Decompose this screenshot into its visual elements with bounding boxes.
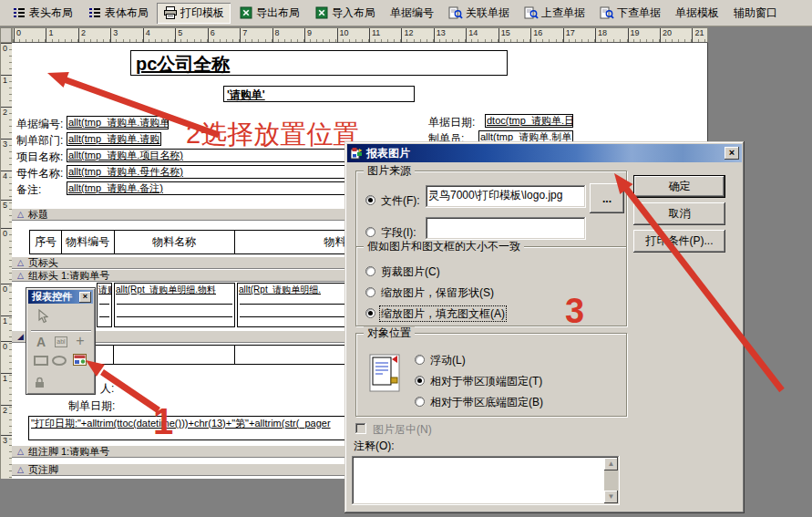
report-controls-palette: 报表控件 × A abl + <box>26 287 96 395</box>
position-radio-label-2: 相对于带区底端固定(B) <box>430 396 543 408</box>
field-label-left-1: 制单部门: <box>16 133 63 149</box>
print-condition-button[interactable]: 打印条件(P)... <box>633 230 725 253</box>
palette-close-icon[interactable]: × <box>79 292 91 303</box>
hruler-mark: 16 <box>530 28 542 43</box>
textbox-tool-icon[interactable]: abl <box>52 336 70 348</box>
vruler-mark: 0 <box>1 341 12 351</box>
toolbar-button-label: 下查单据 <box>617 5 661 21</box>
ellipse-tool-icon[interactable] <box>51 355 67 367</box>
size-radio-0[interactable] <box>365 266 375 276</box>
field-object-left-1[interactable]: allt(tmp_请购单.请购 <box>67 132 161 146</box>
field-object-left-2[interactable]: allt(tmp_请购单.项目名称) <box>67 149 356 162</box>
file-radio[interactable] <box>365 195 375 205</box>
detail-cell-1[interactable]: allt(Rpt_请购单明细.物料 <box>114 283 235 327</box>
form-title-object[interactable]: '请购单' <box>223 86 415 102</box>
cell-line <box>117 304 232 305</box>
size-mismatch-group: 假如图片和图文框的大小不一致 剪裁图片(C)缩放图片，保留形状(S)缩放图片，填… <box>355 246 627 326</box>
cancel-button[interactable]: 取消 <box>633 202 725 225</box>
field-object-left-0[interactable]: allt(tmp_请购单.请购单 <box>67 116 169 129</box>
column-header-0[interactable]: 序号 <box>30 231 61 253</box>
comment-textarea[interactable]: ▲ ▼ <box>352 456 620 505</box>
field-expression-input[interactable] <box>426 217 586 240</box>
band-triangle-icon[interactable]: ◢ <box>17 333 24 341</box>
toolbar-button-header-layout[interactable]: 表头布局 <box>5 3 79 24</box>
detail-cell-2[interactable]: allt(Rpt_请购单明细. <box>237 283 358 327</box>
band-triangle-icon[interactable]: △ <box>17 272 24 280</box>
band-triangle-icon[interactable]: △ <box>17 448 24 456</box>
company-title-object[interactable]: pc公司全称 <box>130 50 508 76</box>
column-header-1[interactable]: 物料编号 <box>61 231 114 253</box>
cancel-button-label: 取消 <box>669 206 691 222</box>
position-radio-0[interactable] <box>415 355 425 365</box>
form-title-text: '请购单' <box>227 88 265 101</box>
hruler-mark: 8 <box>272 28 280 43</box>
band-label: 标题 <box>28 208 48 222</box>
column-header-2[interactable]: 物料名称 <box>114 231 234 253</box>
toolbar-button-export-layout[interactable]: 导出布局 <box>232 3 306 24</box>
detail-cell-expression: allt(Rpt_请购单明细. <box>239 284 321 295</box>
comment-scrollbar[interactable]: ▲ ▼ <box>604 458 618 503</box>
palette-divider <box>31 330 91 332</box>
size-radio-1[interactable] <box>365 287 375 297</box>
toolbar-button-aux-window[interactable]: 辅助窗口 <box>727 3 784 24</box>
hruler-mark: 19 <box>628 28 640 43</box>
print-date-formula-text: "打印日期:"+alltrim(ttoc(datetime()))+chr(13… <box>31 418 331 429</box>
band-triangle-icon[interactable]: △ <box>17 259 24 267</box>
label-tool-icon[interactable]: A <box>33 335 49 349</box>
cell-line <box>99 304 109 305</box>
search-doc-icon <box>600 6 614 20</box>
toolbar-button-doc-number[interactable]: 单据编号 <box>384 3 440 24</box>
vruler-mark: 0 <box>1 284 12 294</box>
report-designer-window: 表头布局表体布局打印模板导出布局导入布局单据编号关联单据上查单据下查单据单据模板… <box>0 0 812 517</box>
grid-line <box>234 346 235 364</box>
band-triangle-icon[interactable]: △ <box>17 466 24 474</box>
dialog-close-icon[interactable]: × <box>725 147 739 160</box>
band-triangle-icon[interactable]: △ <box>17 211 24 219</box>
hruler-mark: 7 <box>240 28 247 43</box>
scroll-up-icon[interactable]: ▲ <box>604 458 618 470</box>
field-expression: allt(tmp_请购单.请购 <box>68 133 159 144</box>
dialog-title-bar[interactable]: 报表图片 × <box>347 144 742 162</box>
palette-title-bar[interactable]: 报表控件 × <box>28 290 93 304</box>
center-image-checkbox[interactable] <box>355 423 366 434</box>
ok-button[interactable]: 确定 <box>633 175 725 198</box>
cell-line <box>240 316 355 317</box>
toolbar-button-lookup-up[interactable]: 上查单据 <box>518 3 591 24</box>
vruler-mark: 0 <box>1 228 12 238</box>
size-radio-2[interactable] <box>365 308 375 318</box>
vruler-mark: 2 <box>1 405 12 415</box>
line-tool-icon[interactable]: + <box>73 334 87 348</box>
toolbar-button-label: 单据模板 <box>675 5 719 21</box>
pointer-tool-icon[interactable] <box>36 308 50 325</box>
field-object-right-0[interactable]: dtoc(tmp_请购单.日期 <box>485 114 573 128</box>
field-radio-label: 字段(I): <box>381 226 416 239</box>
size-radio-label-1: 缩放图片，保留形状(S) <box>381 286 494 299</box>
size-radio-label-2: 缩放图片，填充图文框(A) <box>381 307 505 320</box>
toolbar-button-related-docs[interactable]: 关联单据 <box>442 3 516 24</box>
detail-cell-0[interactable]: 请购 <box>97 283 112 327</box>
position-radio-label-0: 浮动(L) <box>430 354 466 367</box>
toolbar-button-lookup-down[interactable]: 下查单据 <box>593 3 667 24</box>
hruler-mark: 4 <box>143 28 150 43</box>
browse-button[interactable]: ... <box>590 183 624 213</box>
lock-tool-icon[interactable] <box>34 376 46 388</box>
toolbar-button-import-layout[interactable]: 导入布局 <box>308 3 382 24</box>
scroll-down-icon[interactable]: ▼ <box>604 491 618 503</box>
size-radio-label-0: 剪裁图片(C) <box>381 265 440 278</box>
field-expression: allt(tmp_请购单.请购单 <box>68 117 169 128</box>
field-object-left-3[interactable]: allt(tmp_请购单.母件名称) <box>67 165 356 179</box>
toolbar-button-doc-template[interactable]: 单据模板 <box>669 3 725 24</box>
position-radio-1[interactable] <box>415 376 425 386</box>
toolbar-button-print-template[interactable]: 打印模板 <box>157 3 231 24</box>
vruler-mark: 1 <box>1 75 12 85</box>
rectangle-tool-icon[interactable] <box>33 355 49 367</box>
print-condition-button-label: 打印条件(P)... <box>646 233 714 249</box>
position-radio-2[interactable] <box>415 397 425 407</box>
field-label-left-0: 单据编号: <box>16 117 63 132</box>
file-path-input[interactable]: 灵鸟7000\打印模板\logo.jpg <box>426 185 586 208</box>
center-image-checkbox-label: 图片居中(N) <box>373 422 432 438</box>
field-object-left-4[interactable]: allt(tmp_请购单.备注) <box>67 181 356 195</box>
toolbar-button-body-layout[interactable]: 表体布局 <box>81 3 155 24</box>
picture-tool-icon[interactable] <box>72 353 87 367</box>
field-radio[interactable] <box>365 227 375 237</box>
